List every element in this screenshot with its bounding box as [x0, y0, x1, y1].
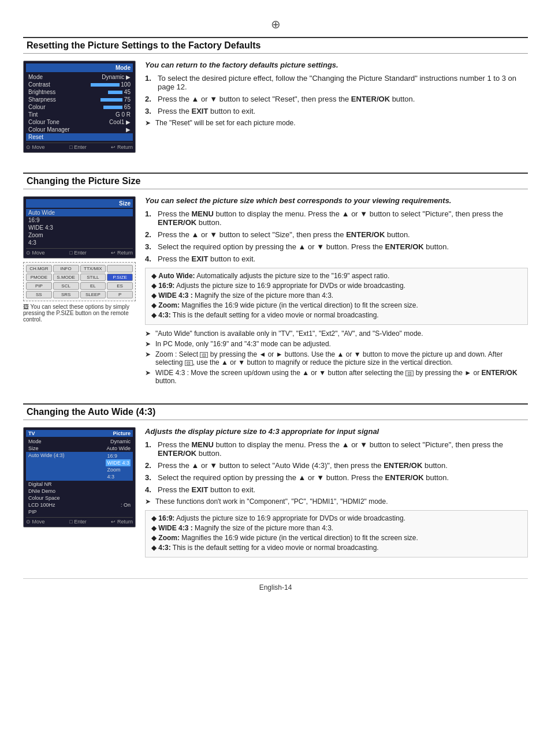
note-autowide-fn: ➤ "Auto Wide" function is available only… [145, 330, 528, 338]
btn-ch-mgr: CH.MGR [26, 265, 52, 272]
remote-grid: CH.MGR INFO TTX/MIX PMODE S.MODE STILL P… [26, 265, 133, 298]
section2-step4: 4. Press the EXIT button to exit. [145, 255, 528, 263]
size-row-zoom: Zoom [26, 231, 133, 239]
pic-row-mode: ModeDynamic [26, 438, 133, 445]
section2-header: Changing the Picture Size [23, 173, 528, 189]
btn-es: ES [107, 282, 133, 290]
section1-header: Resetting the Picture Settings to the Fa… [23, 37, 528, 54]
pic-nested-options: 16:9 WIDE 4:3 Zoom 4:3 [106, 452, 131, 480]
section2-tv-menu: Size Auto Wide 16:9 WIDE 4:3 Zoom 4:3 ⊙ … [23, 196, 136, 259]
section3-tv-menu: TV Picture ModeDynamic SizeAuto Wide Aut… [23, 427, 136, 527]
opt-zoom: ◆ Zoom: Magnifies the 16:9 wide picture … [151, 301, 522, 309]
section3-right: Adjusts the display picture size to 4:3 … [145, 427, 528, 562]
section2-intro: You can select the picture size which be… [145, 196, 528, 205]
opt-autowide: ◆ Auto Wide: Automatically adjusts the p… [151, 272, 522, 280]
pic-row-lcd: LCD 100Hz: On [26, 501, 133, 508]
menu-row-sharpness: Sharpness 75 [26, 96, 133, 103]
btn-pmode: PMODE [26, 274, 52, 281]
section3-note: ➤ These functions don't work in "Compone… [145, 497, 528, 506]
note-wide43: ➤ WIDE 4:3 : Move the screen up/down usi… [145, 369, 528, 385]
section1-note: ➤ The "Reset" will be set for each pictu… [145, 119, 528, 127]
note-pcmode: ➤ In PC Mode, only "16:9" and "4:3" mode… [145, 340, 528, 348]
btn-psize: P.SIZE [107, 274, 133, 281]
remote-mockup: CH.MGR INFO TTX/MIX PMODE S.MODE STILL P… [23, 262, 136, 301]
btn-p: P [107, 291, 133, 298]
section3-step2: 2. Press the ▲ or ▼ button to select "Au… [145, 461, 528, 470]
section1-body: Mode ModeDynamic ▶ Contrast 100 Brightne… [23, 61, 528, 156]
page-content: ⊕ Resetting the Picture Settings to the … [23, 17, 528, 592]
menu-row-colourmanager: Colour Manager▶ [26, 126, 133, 133]
pic-row-dnie: DNIe Demo [26, 488, 133, 495]
menu-row-reset: Reset [26, 133, 133, 141]
section3-options-box: ◆ 16:9: Adjusts the picture size to 16:9… [145, 510, 528, 557]
section1-step2: 2. Press the ▲ or ▼ button to select "Re… [145, 95, 528, 103]
pic-row-size: SizeAuto Wide [26, 445, 133, 452]
section2-left: Size Auto Wide 16:9 WIDE 4:3 Zoom 4:3 ⊙ … [23, 196, 136, 323]
pic-row-autowide: Auto Wide (4:3) 16:9 WIDE 4:3 Zoom 4:3 [26, 452, 133, 481]
btn-info: INFO [53, 265, 79, 272]
opt-wide43: ◆ WIDE 4:3 : Magnify the size of the pic… [151, 291, 522, 300]
menu-row-tint: TintG 0 R [26, 111, 133, 118]
section3-body: TV Picture ModeDynamic SizeAuto Wide Aut… [23, 427, 528, 562]
section-resetting: Resetting the Picture Settings to the Fa… [23, 37, 528, 156]
section2-menu-header: Size [26, 199, 133, 208]
btn-el: EL [80, 282, 106, 290]
section2-menu-footer: ⊙ Move □ Enter ↩ Return [26, 248, 133, 256]
btn-ttx: TTX/MIX [80, 265, 106, 272]
section3-menu-header: TV Picture [26, 430, 133, 437]
section1-step3: 3. Press the EXIT button to exit. [145, 107, 528, 115]
menu-row-mode: ModeDynamic ▶ [26, 73, 133, 81]
section1-left: Mode ModeDynamic ▶ Contrast 100 Brightne… [23, 61, 136, 156]
menu-row-contrast: Contrast 100 [26, 81, 133, 88]
btn-pip: PIP [26, 282, 52, 290]
btn-ss: SS [26, 291, 52, 298]
menu-row-colourtone: Colour ToneCool1 ▶ [26, 118, 133, 126]
section1-right: You can return to the factory defaults p… [145, 61, 528, 129]
opt-43: ◆ 4:3: This is the default setting for a… [151, 311, 522, 319]
btn-srs: SRS [53, 291, 79, 298]
section2-step2: 2. Press the ▲ or ▼ button to select "Si… [145, 230, 528, 239]
section1-menu-header: Mode [26, 63, 133, 72]
section1-tv-menu: Mode ModeDynamic ▶ Contrast 100 Brightne… [23, 61, 136, 153]
section1-step1: 1. To select the desired picture effect,… [145, 74, 528, 91]
btn-empty [107, 265, 133, 272]
btn-smode: S.MODE [53, 274, 79, 281]
btn-scl: SCL [53, 282, 79, 290]
section3-step3: 3. Select the required option by pressin… [145, 473, 528, 482]
s3-opt-zoom: ◆ Zoom: Magnifies the 16:9 wide picture … [151, 534, 522, 542]
size-row-169: 16:9 [26, 216, 133, 224]
remote-note: 🖼 You can select these options by simply… [23, 304, 136, 323]
section2-title: Changing the Picture Size [27, 176, 140, 186]
s3-opt-43: ◆ 4:3: This is the default setting for a… [151, 544, 522, 552]
section-autowide: Changing the Auto Wide (4:3) TV Picture … [23, 403, 528, 562]
section2-step3: 3. Select the required option by pressin… [145, 242, 528, 251]
pic-row-pip: PIP [26, 508, 133, 515]
section2-right: You can select the picture size which be… [145, 196, 528, 387]
opt-169: ◆ 16:9: Adjusts the picture size to 16:9… [151, 282, 522, 290]
pic-row-dnr: Digital NR [26, 481, 133, 488]
section2-options-box: ◆ Auto Wide: Automatically adjusts the p… [145, 268, 528, 325]
section3-left: TV Picture ModeDynamic SizeAuto Wide Aut… [23, 427, 136, 527]
note-zoom: ➤ Zoom : Select ⊡ by pressing the ◄ or ►… [145, 350, 528, 366]
size-row-wide43: WIDE 4:3 [26, 224, 133, 231]
menu-row-colour: Colour 65 [26, 103, 133, 111]
btn-sleep: SLEEP [80, 291, 106, 298]
section1-intro: You can return to the factory defaults p… [145, 61, 528, 69]
section3-title: Changing the Auto Wide (4:3) [27, 407, 155, 417]
section-picture-size: Changing the Picture Size Size Auto Wide… [23, 173, 528, 387]
section3-step4: 4. Press the EXIT button to exit. [145, 485, 528, 494]
s3-opt-wide43: ◆ WIDE 4:3 : Magnify the size of the pic… [151, 524, 522, 532]
s3-opt-169: ◆ 16:9: Adjusts the picture size to 16:9… [151, 514, 522, 522]
section3-intro: Adjusts the display picture size to 4:3 … [145, 427, 528, 436]
footer-text: English-14 [259, 583, 292, 592]
section2-body: Size Auto Wide 16:9 WIDE 4:3 Zoom 4:3 ⊙ … [23, 196, 528, 387]
page-footer: English-14 [23, 578, 528, 592]
size-row-43: 4:3 [26, 239, 133, 246]
size-row-autowide: Auto Wide [26, 209, 133, 216]
section3-menu-footer: ⊙ Move □ Enter ↩ Return [26, 517, 133, 525]
pic-row-colourspace: Colour Space [26, 495, 133, 501]
section2-step1: 1. Press the MENU button to display the … [145, 209, 528, 227]
top-crosshair-icon: ⊕ [23, 17, 528, 31]
section1-menu-footer: ⊙ Move □ Enter ↩ Return [26, 143, 133, 150]
menu-row-brightness: Brightness 45 [26, 88, 133, 96]
